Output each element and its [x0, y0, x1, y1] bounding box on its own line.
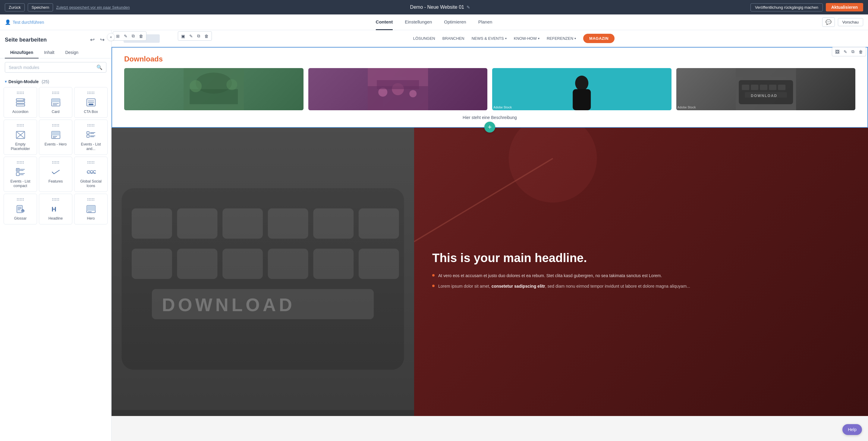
module-label-events-hero: Events - Hero — [44, 142, 67, 147]
row-delete-icon[interactable]: 🗑 — [137, 33, 145, 40]
svg-text:DOWNLOAD: DOWNLOAD — [751, 94, 777, 98]
row-grid-icon[interactable]: ⊞ — [114, 33, 121, 40]
module-accordion[interactable]: Accordion — [4, 87, 37, 118]
module-label-headline: Headline — [49, 216, 63, 221]
drag-handle — [87, 92, 94, 94]
nav-losungen[interactable]: LÖSUNGEN — [413, 34, 435, 43]
add-section-button[interactable]: + — [484, 122, 495, 132]
module-label-hero: Hero — [87, 216, 95, 221]
update-button[interactable]: Aktualisieren — [826, 3, 863, 11]
hero-section: DOWNLOAD This is your main headline. At … — [112, 128, 868, 416]
downloads-edit-icon[interactable]: ✎ — [842, 48, 849, 56]
tab-planen[interactable]: Planen — [478, 14, 493, 30]
col-copy-icon[interactable]: ⧉ — [195, 32, 202, 40]
module-empty-placeholder[interactable]: Empty Placeholder — [4, 120, 37, 155]
module-headline[interactable]: H Headline — [39, 194, 72, 224]
svg-rect-77 — [177, 209, 218, 239]
comments-button[interactable]: 💬 — [822, 18, 835, 27]
svg-point-54 — [190, 80, 202, 92]
undo-button[interactable]: ↩ — [88, 36, 96, 44]
sidebar-actions: ↩ ↪ — [88, 36, 106, 44]
nav-branchen[interactable]: BRANCHEN — [442, 34, 464, 43]
empty-placeholder-icon — [15, 130, 26, 140]
tab-content[interactable]: Content — [376, 14, 393, 30]
canvas: LÖSUNGEN BRANCHEN NEWS & EVENTS ▾ KNOW-H… — [112, 30, 868, 441]
topbar: Zurück Speichern Zuletzt gespeichert vor… — [0, 0, 868, 14]
col-edit-icon[interactable]: ✎ — [187, 33, 195, 40]
svg-rect-41 — [17, 206, 22, 213]
sidebar-tabs: Hinzufügen Inhalt Design — [0, 47, 111, 58]
svg-point-60 — [409, 90, 416, 97]
svg-rect-85 — [268, 249, 308, 279]
nav-magazin[interactable]: MAGAZIN — [583, 34, 615, 43]
module-social-icons[interactable]: f tw in Global Social Icons — [74, 157, 107, 192]
col-layout-icon[interactable]: ▣ — [179, 33, 187, 40]
test-durchfuhren[interactable]: 👤 Test durchführen — [5, 19, 65, 25]
drag-handle — [52, 124, 59, 127]
svg-text:H: H — [52, 206, 56, 213]
module-cta-box[interactable]: CTA Box — [74, 87, 107, 118]
module-card[interactable]: Card — [39, 87, 72, 118]
search-input[interactable] — [9, 65, 94, 70]
module-label-events-compact: Events - List compact — [6, 179, 35, 189]
glossar-icon: A — [15, 204, 26, 214]
design-module-section-header[interactable]: ▾ Design-Module (25) — [2, 76, 109, 86]
downloads-toolbar: 🖼 ✎ ⧉ 🗑 — [832, 47, 866, 56]
sidebar-tab-design[interactable]: Design — [60, 47, 84, 58]
svg-rect-78 — [222, 209, 263, 239]
canvas-site-header-wrapper: LÖSUNGEN BRANCHEN NEWS & EVENTS ▾ KNOW-H… — [112, 30, 868, 47]
download-image-4: DOWNLOAD Adobe Stock — [676, 68, 856, 110]
svg-text:in: in — [94, 172, 95, 174]
social-icons-icon: f tw in — [85, 167, 97, 177]
svg-rect-82 — [132, 249, 172, 279]
module-events-hero[interactable]: Events - Hero — [39, 120, 72, 155]
preview-button[interactable]: Vorschau — [838, 18, 863, 26]
module-hero[interactable]: Hero — [74, 194, 107, 224]
module-label-cta-box: CTA Box — [84, 109, 98, 115]
module-label-features: Features — [49, 179, 63, 184]
col-delete-icon[interactable]: 🗑 — [203, 33, 210, 40]
svg-rect-49 — [87, 206, 95, 211]
nav-referenzen[interactable]: REFERENZEN ▾ — [547, 34, 576, 43]
tab-optimieren[interactable]: Optimieren — [444, 14, 466, 30]
downloads-copy-icon[interactable]: ⧉ — [849, 48, 856, 56]
svg-text:A: A — [22, 210, 24, 212]
keyboard-placeholder: DOWNLOAD — [112, 128, 414, 416]
svg-text:DOWNLOAD: DOWNLOAD — [162, 294, 295, 315]
features-icon — [50, 167, 61, 177]
downloads-content: Downloads — [112, 48, 867, 127]
sidebar-tab-inhalt[interactable]: Inhalt — [38, 47, 60, 58]
hero-bullet-1: At vero eos et accusam et justo duo dolo… — [432, 272, 850, 279]
nav-news-events[interactable]: NEWS & EVENTS ▾ — [472, 34, 507, 43]
undo-publish-button[interactable]: Veröffentlichung rückgängig machen — [750, 3, 823, 11]
module-events-list[interactable]: Events - List and... — [74, 120, 107, 155]
drag-handle — [52, 92, 59, 94]
downloads-delete-icon[interactable]: 🗑 — [857, 48, 865, 56]
svg-point-63 — [575, 75, 588, 91]
svg-text:tw: tw — [91, 172, 93, 174]
cta-box-icon — [85, 98, 97, 107]
edit-title-icon[interactable]: ✎ — [467, 5, 470, 10]
nav-know-how[interactable]: KNOW-HOW ▾ — [514, 34, 539, 43]
row-copy-icon[interactable]: ⧉ — [130, 32, 136, 40]
help-button[interactable]: Help — [842, 424, 862, 435]
tab-einstellungen[interactable]: Einstellungen — [405, 14, 432, 30]
bullet-dot-2 — [432, 285, 435, 287]
downloads-image-icon[interactable]: 🖼 — [833, 48, 841, 56]
module-features[interactable]: Features — [39, 157, 72, 192]
module-glossar[interactable]: A Glossar — [4, 194, 37, 224]
svg-rect-70 — [769, 85, 776, 90]
back-button[interactable]: Zurück — [5, 3, 25, 11]
hero-bullet-2: Lorem ipsum dolor sit amet, consetetur s… — [432, 283, 850, 289]
hero-icon — [85, 204, 97, 214]
redo-button[interactable]: ↪ — [98, 36, 106, 44]
sidebar-tab-hinzufugen[interactable]: Hinzufügen — [5, 47, 38, 58]
events-list-icon — [85, 130, 97, 140]
module-events-compact[interactable]: Events - List compact — [4, 157, 37, 192]
sidebar-collapse-button[interactable]: « — [107, 33, 115, 41]
svg-rect-11 — [89, 104, 93, 105]
save-button[interactable]: Speichern — [28, 3, 53, 11]
hero-bullet-text-2: Lorem ipsum dolor sit amet, consetetur s… — [438, 283, 690, 289]
row-edit-icon[interactable]: ✎ — [122, 33, 129, 40]
svg-rect-1 — [16, 101, 25, 103]
